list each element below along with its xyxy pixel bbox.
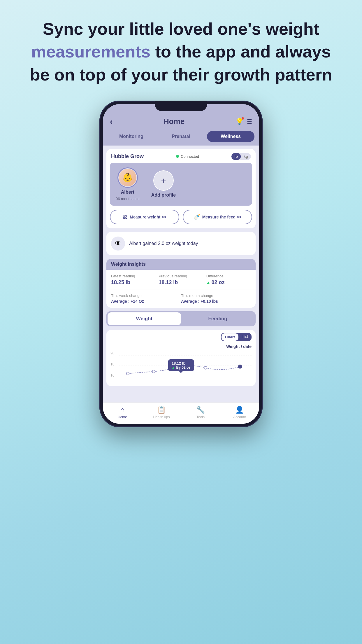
unit-toggle[interactable]: lb kg [231,153,251,160]
svg-point-3 [126,372,129,375]
avatar-face: 👶 [119,169,136,186]
insights-header: Weight insights [106,259,256,270]
phone-device: ‹ Home 💡 ☰ Monitoring Prenatal Wellness [99,101,263,427]
avatar-albert: 👶 [117,167,138,188]
insights-card: Weight insights Latest reading 18.25 lb … [106,259,256,308]
unit-kg-btn[interactable]: kg [241,153,251,160]
back-button[interactable]: ‹ [110,117,113,126]
tools-nav-icon: 🔧 [196,406,205,414]
app-title: Home [164,117,184,126]
tools-nav-label: Tools [196,415,205,419]
phone-frame: ‹ Home 💡 ☰ Monitoring Prenatal Wellness [0,101,362,427]
up-arrow-icon: ▲ [206,280,210,285]
chart-view-toggle[interactable]: Chart list [221,333,252,341]
unit-lb-btn[interactable]: lb [231,153,241,160]
feed-icon: 🍼 [194,214,200,220]
measure-weight-button[interactable]: ⚖ Measure weight >> [110,210,179,224]
notification-icon: 👁 [111,237,125,251]
tagline: Sync your little loved one's weight meas… [23,18,339,86]
tab-monitoring[interactable]: Monitoring [108,131,155,142]
notification-dot [242,117,244,120]
home-nav-icon: ⌂ [120,406,125,414]
connected-badge: Connected [176,154,199,159]
list-btn[interactable]: list [239,333,252,341]
account-nav-icon: 👤 [235,406,244,414]
previous-reading: Previous reading 18.12 lb [159,274,203,286]
insights-row2: This week change Average : +14 Oz This m… [106,290,256,308]
nav-healthtips[interactable]: 📋 HealthTips [142,406,181,419]
chart-btn[interactable]: Chart [222,333,238,341]
healthtips-nav-label: HealthTips [153,415,170,419]
tab-feeding[interactable]: Feeding [181,312,254,325]
profile-item-albert[interactable]: 👶 Albert 06 months old [116,167,140,201]
measure-feed-button[interactable]: 🍼 Measure the feed >> [183,210,252,224]
nav-account[interactable]: 👤 Account [220,406,259,419]
chart-area: Weight / date 18.12 lb ▲ By 02 oz [106,341,256,386]
hubble-header: Hubble Grow Connected lb kg [106,149,256,163]
profile-age: 06 months old [116,197,140,201]
bulb-icon[interactable]: 💡 [236,118,243,125]
header-icons: 💡 ☰ [236,118,252,125]
add-profile-button[interactable]: ＋ [153,170,174,191]
healthtips-nav-icon: 📋 [157,406,166,414]
settings-icon[interactable]: ☰ [247,118,252,125]
weight-feeding-tabs: Weight Feeding [106,311,256,326]
home-nav-label: Home [118,415,127,419]
tab-wellness[interactable]: Wellness [207,131,254,142]
tab-prenatal[interactable]: Prenatal [157,131,205,142]
bottom-nav: ⌂ Home 📋 HealthTips 🔧 Tools 👤 Account [103,402,259,424]
main-tabs: Monitoring Prenatal Wellness [103,131,259,146]
insights-grid: Latest reading 18.25 lb Previous reading… [106,270,256,290]
chart-section: Chart list Weight / date 18.12 lb ▲ By 0… [106,330,256,386]
svg-point-6 [204,366,207,369]
tab-weight[interactable]: Weight [108,312,181,325]
main-content: Hubble Grow Connected lb kg [103,146,259,402]
profile-area: 👶 Albert 06 months old ＋ Add profile [110,163,252,206]
chart-axis-label: Weight / date [110,344,252,349]
week-change: This week change Average : +14 Oz [111,293,181,304]
hubble-card: Hubble Grow Connected lb kg [106,149,256,228]
phone-notch [155,101,207,111]
difference-reading: Difference ▲ 02 oz [206,274,251,286]
header-section: Sync your little loved one's weight meas… [0,0,362,98]
nav-home[interactable]: ⌂ Home [103,406,142,419]
profile-name: Albert [121,190,134,195]
month-change: This month change Average : +0.10 lbs [181,293,251,304]
scale-icon: ⚖ [123,214,127,220]
chart-controls: Chart list [106,330,256,341]
svg-point-4 [152,370,155,373]
latest-reading: Latest reading 18.25 lb [111,274,156,286]
notification-card: 👁 Albert gained 2.0 oz weight today [106,232,256,255]
svg-point-7 [238,365,242,368]
chart-tooltip: 18.12 lb ▲ By 02 oz [168,359,194,371]
nav-tools[interactable]: 🔧 Tools [181,406,220,419]
action-buttons: ⚖ Measure weight >> 🍼 Measure the feed >… [106,206,256,228]
add-profile-label: Add profile [151,192,176,198]
phone-screen: ‹ Home 💡 ☰ Monitoring Prenatal Wellness [103,104,259,424]
notification-text: Albert gained 2.0 oz weight today [129,241,198,246]
connected-dot [176,155,179,158]
account-nav-label: Account [233,415,246,419]
hubble-title: Hubble Grow [111,153,144,160]
add-profile-item[interactable]: ＋ Add profile [151,170,176,198]
